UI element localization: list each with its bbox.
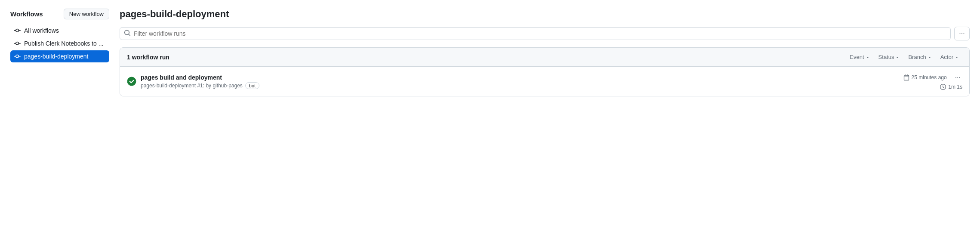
runs-table-header: 1 workflow run Event Status Branch [120, 48, 969, 67]
status-filter-label: Status [878, 54, 894, 60]
sidebar-item-publish-clerk[interactable]: Publish Clerk Notebooks to ... [10, 37, 109, 49]
new-workflow-button[interactable]: New workflow [64, 9, 109, 19]
actor-filter-label: Actor [940, 54, 953, 60]
workflow-icon [14, 40, 21, 47]
run-meta-text: pages-build-deployment #1: by github-pag… [141, 83, 243, 89]
filter-workflow-runs-input[interactable] [120, 27, 951, 40]
run-info: pages build and deployment pages-build-d… [141, 74, 903, 89]
filter-input-wrap [120, 27, 951, 40]
bot-badge: bot [245, 82, 259, 89]
event-filter-label: Event [850, 54, 864, 60]
svg-point-0 [127, 77, 136, 86]
run-meta: pages-build-deployment #1: by github-pag… [141, 82, 903, 89]
chevron-down-icon [866, 55, 870, 59]
main-content: pages-build-deployment ··· 1 workflow ru… [120, 9, 970, 238]
run-time-ago: 25 minutes ago [912, 74, 947, 80]
branch-filter-button[interactable]: Branch [905, 52, 935, 62]
sidebar-item-pages-build-deployment-label: pages-build-deployment [24, 53, 88, 60]
clock-icon [940, 84, 946, 90]
sidebar-item-all-workflows-label: All workflows [24, 27, 59, 34]
runs-table: 1 workflow run Event Status Branch [120, 47, 970, 96]
runs-filters: Event Status Branch Actor [846, 52, 962, 62]
status-filter-button[interactable]: Status [875, 52, 903, 62]
success-status-icon [127, 77, 136, 86]
event-filter-button[interactable]: Event [846, 52, 873, 62]
calendar-icon [903, 74, 909, 80]
run-name[interactable]: pages build and deployment [141, 74, 903, 81]
run-duration: 1m 1s [948, 84, 962, 90]
run-duration-row: 1m 1s [940, 84, 962, 90]
actor-filter-button[interactable]: Actor [937, 52, 962, 62]
run-time-ago-row: 25 minutes ago ··· [903, 73, 962, 82]
chevron-down-icon [928, 55, 932, 59]
chevron-down-icon [955, 55, 959, 59]
workflow-icon-active [14, 53, 21, 60]
page-title: pages-build-deployment [120, 9, 970, 20]
run-timing: 25 minutes ago ··· 1m 1s [903, 73, 962, 90]
ellipsis-icon: ··· [959, 30, 965, 37]
sidebar-header: Workflows New workflow [10, 9, 109, 19]
more-options-button[interactable]: ··· [954, 27, 970, 40]
filter-bar: ··· [120, 27, 970, 40]
sidebar-item-pages-build-deployment[interactable]: pages-build-deployment [10, 50, 109, 62]
run-more-button[interactable]: ··· [953, 73, 962, 82]
workflow-icon [14, 27, 21, 34]
search-icon [124, 30, 131, 38]
sidebar-item-publish-clerk-label: Publish Clerk Notebooks to ... [24, 40, 103, 47]
runs-count-label: 1 workflow run [127, 54, 846, 61]
chevron-down-icon [895, 55, 900, 59]
table-row: pages build and deployment pages-build-d… [120, 67, 969, 96]
sidebar-title: Workflows [10, 10, 43, 18]
sidebar: Workflows New workflow All workflows Pub… [10, 9, 109, 238]
sidebar-item-all-workflows[interactable]: All workflows [10, 25, 109, 37]
branch-filter-label: Branch [908, 54, 926, 60]
